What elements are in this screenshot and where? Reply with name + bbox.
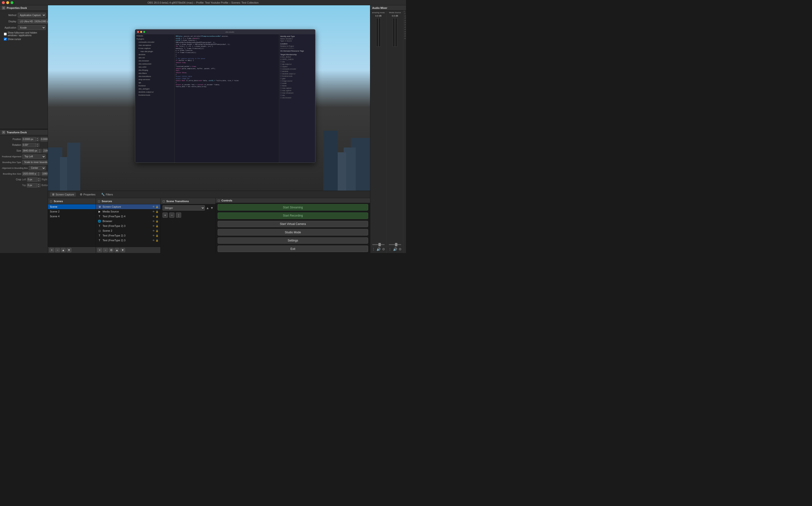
channel-settings-btn[interactable]: ⚙ [382,247,385,251]
crop-left-input[interactable] [27,178,37,181]
method-select[interactable]: Application Capture [18,13,46,17]
rotation-down[interactable]: ▼ [36,145,39,147]
position-x-up[interactable]: ▲ [36,137,39,139]
source-visibility-btn[interactable]: 👁 [153,220,155,223]
crop-top-up[interactable]: ▲ [37,183,40,185]
bb-w-up[interactable]: ▲ [37,172,40,174]
source-item-text-4[interactable]: T Text (FreeType 2) 4 👁 🔒 [96,214,160,219]
move-scene-up-button[interactable]: ▲ [61,248,66,252]
rotation-input[interactable]: 0.00° [22,144,35,147]
source-lock-btn[interactable]: 🔒 [156,225,159,227]
sources-list[interactable]: 🖥 Screen Capture 👁 🔒 ▶ Media Source 👁 🔒 [96,204,160,247]
alignment-select[interactable]: Center [29,166,46,170]
source-lock-btn[interactable]: 🔒 [156,234,159,237]
source-item-browser[interactable]: 🌐 Browser 👁 🔒 [96,219,160,224]
size-h-input[interactable]: 2160.0000 px [43,149,48,152]
rotation-up[interactable]: ▲ [36,143,39,145]
remove-transition-button[interactable]: − [169,213,175,218]
fader-thumb[interactable] [395,243,397,246]
transition-arrow-up[interactable]: ▲ [206,206,209,210]
source-visibility-btn[interactable]: 👁 [153,225,155,227]
scene-item-scene[interactable]: Scene [48,204,96,209]
show-cursor-checkbox[interactable] [4,38,7,40]
source-lock-btn[interactable]: 🔒 [156,230,159,232]
source-lock-btn[interactable]: 🔒 [156,205,159,208]
preview-area[interactable]: obs-studio ▾ libobs ▾ plugins coreaudio-… [48,5,370,191]
display-select[interactable]: LG Ultra HD: 1920x1080 @ 0,0 [18,19,48,24]
scenes-list[interactable]: Scene Scene 2 Scene 4 [48,204,96,247]
bb-w-down[interactable]: ▼ [37,174,40,176]
source-visibility-btn[interactable]: 👁 [153,234,155,237]
start-streaming-button[interactable]: Start Streaming [218,204,368,210]
scene-item-scene4[interactable]: Scene 4 [48,214,96,219]
crop-top-input[interactable] [27,184,37,187]
positional-alignment-select[interactable]: Top Left [22,154,46,159]
add-transition-button[interactable]: + [163,213,168,218]
source-settings-button[interactable]: ⚙ [109,248,114,252]
move-scene-down-button[interactable]: ▼ [67,248,72,252]
size-w-input-group: 3840.0000 px ▲ ▼ [22,149,42,153]
scene-item-scene2[interactable]: Scene 2 [48,209,96,214]
channel-fader[interactable] [372,244,385,245]
channel-menu-btn[interactable]: ⋮ [372,247,375,251]
start-virtual-camera-button[interactable]: Start Virtual Camera [218,221,368,227]
add-scene-button[interactable]: + [49,248,54,252]
position-y-input[interactable]: 0.0000 px [40,138,48,141]
source-lock-btn[interactable]: 🔒 [156,210,159,213]
source-item-screen-capture[interactable]: 🖥 Screen Capture 👁 🔒 [96,204,160,209]
maximize-button[interactable] [11,1,13,4]
source-visibility-btn[interactable]: 👁 [153,239,155,242]
channel-fader[interactable] [389,244,401,245]
screen-capture-tab[interactable]: 🖥 Screen Capture [50,192,76,197]
bb-w-input[interactable] [22,172,37,175]
settings-button[interactable]: Settings [218,237,368,244]
bounding-box-type-select[interactable]: Scale to inner bounds [22,160,48,165]
transition-arrow-down[interactable]: ▼ [210,206,214,210]
crop-top-down[interactable]: ▼ [37,185,40,187]
remove-source-button[interactable]: − [103,248,108,252]
source-lock-btn[interactable]: 🔒 [156,220,159,223]
source-item-text-3a[interactable]: T Text (FreeType 2) 3 👁 🔒 [96,224,160,228]
source-item-media-source[interactable]: ▶ Media Source 👁 🔒 [96,209,160,214]
filters-tab[interactable]: 🔧 Filters [99,192,115,197]
start-recording-button[interactable]: Start Recording [218,213,368,219]
source-item-text-3b[interactable]: T Text (FreeType 2) 3 👁 🔒 [96,233,160,238]
source-visibility-btn[interactable]: 👁 [153,230,155,232]
channel-volume-btn[interactable]: 🔊 [377,247,381,251]
application-select[interactable]: Xcode [18,25,46,30]
channel-menu-btn[interactable]: ⋮ [388,247,392,251]
crop-left-down[interactable]: ▼ [37,180,40,182]
source-lock-btn[interactable]: 🔒 [156,239,159,242]
source-visibility-btn[interactable]: 👁 [153,205,155,208]
properties-tab[interactable]: ⚙ Properties [78,192,97,197]
move-source-up-button[interactable]: ▲ [115,248,119,252]
move-source-down-button[interactable]: ▼ [120,248,125,252]
position-x-down[interactable]: ▼ [36,139,39,142]
add-source-button[interactable]: + [97,248,102,252]
transform-close-btn[interactable]: ✕ [2,131,5,134]
studio-mode-button[interactable]: Studio Mode [218,229,368,236]
crop-left-up[interactable]: ▲ [37,177,40,180]
size-w-down[interactable]: ▼ [38,151,41,153]
channel-settings-btn[interactable]: ⚙ [399,247,402,251]
show-fullscreen-checkbox[interactable] [4,32,7,35]
properties-close-btn[interactable]: ✕ [2,6,5,10]
exit-button[interactable]: Exit [218,246,368,252]
minimize-button[interactable] [6,1,9,4]
channel-volume-btn[interactable]: 🔊 [393,247,397,251]
source-lock-btn[interactable]: 🔒 [156,215,159,218]
size-w-input[interactable]: 3840.0000 px [22,149,38,152]
size-w-up[interactable]: ▲ [38,149,41,151]
transition-settings-button[interactable]: ⋮ [176,213,181,218]
source-visibility-btn[interactable]: 👁 [153,215,155,218]
remove-scene-button[interactable]: − [55,248,60,252]
close-button[interactable] [2,1,5,4]
left-panel: ✕ Properties Dock Method Application Cap… [0,5,48,253]
source-visibility-btn[interactable]: 👁 [153,210,155,213]
fader-thumb[interactable] [379,243,381,246]
bb-h-input[interactable] [42,172,48,175]
source-item-scene2[interactable]: ◻ Scene 2 👁 🔒 [96,228,160,233]
source-item-text-3c[interactable]: T Text (FreeType 2) 3 👁 🔒 [96,238,160,243]
transition-select[interactable]: Stinger [163,205,205,210]
position-x-input[interactable]: 0.0000 px [22,137,35,142]
